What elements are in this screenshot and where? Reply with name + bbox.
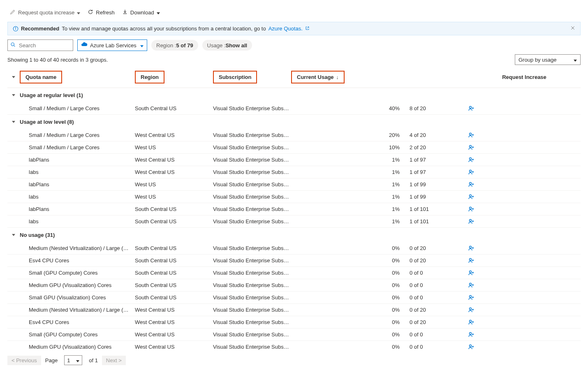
svg-point-5 — [470, 106, 472, 108]
cell-percent: 0% — [382, 270, 402, 276]
group-header[interactable]: No usage (31) — [7, 228, 581, 242]
azure-quotas-link[interactable]: Azure Quotas. — [269, 25, 303, 32]
request-increase-button[interactable] — [468, 218, 581, 225]
cell-quota: labs — [29, 218, 135, 225]
cell-region: West US — [135, 181, 213, 188]
request-quota-increase-button[interactable]: Request quota increase — [7, 7, 83, 18]
page-select[interactable]: 1 — [64, 355, 82, 365]
request-increase-button[interactable] — [468, 282, 581, 289]
header-subscription[interactable]: Subscription — [213, 71, 291, 83]
svg-point-3 — [11, 43, 14, 46]
expand-all-toggle[interactable] — [7, 76, 20, 78]
table-row: labs West US Visual Studio Enterprise Su… — [7, 191, 581, 203]
request-increase-button[interactable] — [468, 206, 581, 213]
group-header[interactable]: Usage at regular level (1) — [7, 88, 581, 102]
provider-select[interactable]: Azure Lab Services — [77, 39, 147, 51]
cell-region: West US — [135, 144, 213, 150]
cell-percent: 0% — [382, 344, 402, 350]
chevron-down-icon — [12, 94, 15, 96]
header-quota[interactable]: Quota name — [20, 71, 135, 83]
cell-quota: labs — [29, 169, 135, 175]
svg-point-7 — [470, 145, 472, 147]
table-row: Medium GPU (Visualization) Cores West Ce… — [7, 341, 581, 351]
request-increase-button[interactable] — [468, 169, 581, 176]
cell-subscription: Visual Studio Enterprise Subscri… — [213, 144, 291, 150]
cell-quota: Small GPU (Visualization) Cores — [29, 294, 135, 301]
cell-percent: 0% — [382, 307, 402, 313]
request-increase-button[interactable] — [468, 181, 581, 188]
svg-point-18 — [470, 295, 472, 297]
cell-percent: 40% — [382, 105, 402, 111]
page-label: Page — [45, 357, 58, 363]
group-header[interactable]: Usage at low level (8) — [7, 115, 581, 129]
table-row: Small GPU (Visualization) Cores South Ce… — [7, 292, 581, 304]
request-increase-button[interactable] — [468, 307, 581, 313]
previous-page-button[interactable]: < Previous — [7, 356, 41, 365]
svg-point-16 — [470, 271, 472, 273]
cell-subscription: Visual Studio Enterprise Subscri… — [213, 194, 291, 200]
cell-subscription: Visual Studio Enterprise Subscri… — [213, 206, 291, 212]
download-icon — [122, 9, 128, 16]
refresh-button[interactable]: Refresh — [85, 7, 117, 18]
chevron-down-icon — [12, 76, 15, 78]
toolbar: Request quota increase Refresh Download — [7, 7, 581, 18]
cell-percent: 1% — [382, 218, 402, 225]
cell-region: South Central US — [135, 105, 213, 111]
cell-of: 1 of 97 — [402, 169, 468, 175]
cell-percent: 1% — [382, 194, 402, 200]
cell-region: West Central US — [135, 169, 213, 175]
cell-of: 0 of 20 — [402, 257, 468, 264]
chevron-down-icon — [77, 9, 80, 16]
request-increase-button[interactable] — [468, 245, 581, 252]
request-increase-button[interactable] — [468, 257, 581, 264]
cell-percent: 0% — [382, 257, 402, 264]
request-increase-button[interactable] — [468, 194, 581, 200]
cell-of: 0 of 0 — [402, 344, 468, 350]
request-increase-button[interactable] — [468, 270, 581, 276]
download-label: Download — [130, 9, 154, 16]
header-usage-label: Current Usage — [297, 74, 334, 80]
cell-percent: 1% — [382, 169, 402, 175]
table-row: labPlans South Central US Visual Studio … — [7, 203, 581, 215]
request-increase-button[interactable] — [468, 144, 581, 151]
cell-percent: 0% — [382, 245, 402, 251]
cell-region: South Central US — [135, 206, 213, 212]
cell-region: South Central US — [135, 245, 213, 251]
open-external-icon — [305, 25, 310, 32]
cell-region: West Central US — [135, 344, 213, 350]
request-increase-button[interactable] — [468, 344, 581, 350]
next-page-button[interactable]: Next > — [102, 356, 126, 365]
request-increase-button[interactable] — [468, 157, 581, 163]
region-filter-pill[interactable]: Region : 5 of 79 — [151, 40, 198, 51]
table-header: Quota name Region Subscription Current U… — [7, 68, 581, 88]
request-increase-button[interactable] — [468, 132, 581, 139]
cell-region: South Central US — [135, 282, 213, 288]
table-row: Esv4 CPU Cores South Central US Visual S… — [7, 255, 581, 267]
search-input-wrapper[interactable] — [7, 39, 73, 51]
cell-percent: 10% — [382, 144, 402, 150]
cell-quota: Small / Medium / Large Cores — [29, 144, 135, 150]
request-increase-button[interactable] — [468, 294, 581, 301]
svg-point-13 — [470, 219, 472, 221]
search-input[interactable] — [18, 42, 70, 49]
svg-line-4 — [14, 46, 15, 46]
request-increase-button[interactable] — [468, 319, 581, 326]
download-button[interactable]: Download — [120, 7, 162, 18]
svg-point-17 — [470, 283, 472, 285]
header-region[interactable]: Region — [135, 71, 213, 83]
usage-filter-pill[interactable]: Usage : Show all — [202, 40, 252, 51]
group-by-select[interactable]: Group by usage — [515, 54, 581, 65]
cell-subscription: Visual Studio Enterprise Subscri… — [213, 181, 291, 188]
request-increase-button[interactable] — [468, 105, 581, 112]
cell-quota: labPlans — [29, 206, 135, 212]
header-request[interactable]: Request Increase — [468, 74, 581, 80]
pencil-icon — [10, 9, 16, 16]
request-increase-button[interactable] — [468, 331, 581, 338]
close-banner-button[interactable] — [570, 25, 575, 32]
chevron-down-icon — [76, 357, 79, 363]
recommended-banner: Recommended To view and manage quotas ac… — [7, 22, 581, 35]
chevron-down-icon — [140, 42, 144, 49]
region-filter-label: Region : — [156, 42, 176, 49]
header-usage[interactable]: Current Usage ↓ — [291, 71, 402, 83]
svg-point-9 — [470, 170, 472, 172]
